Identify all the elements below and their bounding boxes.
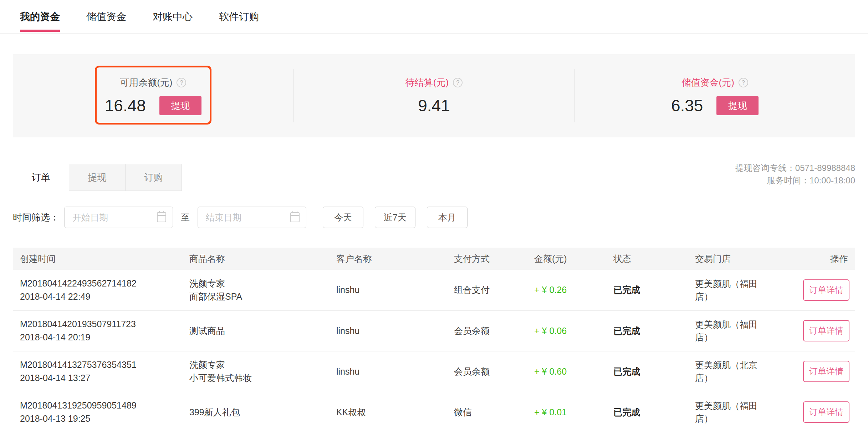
store-name: 更美颜肌（北京店）: [688, 351, 761, 392]
order-amount: + ¥ 0.60: [527, 351, 606, 392]
table-row: M2018041422493562714182 2018-04-14 22:49…: [13, 270, 855, 310]
summary-card-stored-funds: 储值资金(元) ? 6.35 提现: [575, 54, 855, 137]
order-detail-button[interactable]: 订单详情: [803, 401, 849, 423]
end-date-field[interactable]: [206, 212, 290, 223]
store-name: 更美颜肌（福田店）: [688, 310, 761, 351]
tabs-row: 订单 提现 订购 提现咨询专线：0571-89988848 服务时间：10:00…: [13, 162, 855, 191]
summary-card-available-balance: 可用余额(元) ? 16.48 提现: [13, 54, 293, 137]
stored-funds-value: 6.35: [671, 96, 703, 115]
order-status: 已完成: [606, 310, 688, 351]
header-product-name: 商品名称: [182, 248, 329, 270]
product-name: 399新人礼包: [182, 392, 329, 431]
hotline-info: 提现咨询专线：0571-89988848 服务时间：10:00-18:00: [735, 162, 855, 191]
orders-table-body: M2018041422493562714182 2018-04-14 22:49…: [13, 270, 855, 431]
time-filter-label: 时间筛选：: [13, 211, 59, 224]
nav-item-stored-funds[interactable]: 储值资金: [86, 0, 126, 33]
time-filter-row: 时间筛选： 至 今天 近7天 本月: [13, 207, 855, 228]
order-created-time: 2018-04-13 19:25: [20, 412, 182, 425]
tab-purchases[interactable]: 订购: [126, 164, 182, 191]
top-nav: 我的资金 储值资金 对账中心 软件订购: [0, 0, 868, 34]
order-id: M2018041413275376354351: [20, 358, 182, 371]
header-customer-name: 客户名称: [329, 248, 447, 270]
summary-card-pending-settlement: 待结算(元) ? 9.41: [294, 54, 575, 137]
record-tabs: 订单 提现 订购: [13, 164, 182, 191]
payment-method: 会员余额: [447, 310, 527, 351]
payment-method: 会员余额: [447, 351, 527, 392]
calendar-icon[interactable]: [290, 212, 300, 222]
table-row: M2018041420193507911723 2018-04-14 20:19…: [13, 310, 855, 351]
quick-range-buttons: 今天 近7天 本月: [323, 207, 468, 228]
order-status: 已完成: [606, 351, 688, 392]
order-detail-button[interactable]: 订单详情: [803, 361, 849, 382]
order-id: M2018041420193507911723: [20, 318, 182, 331]
available-balance-label: 可用余额(元): [120, 76, 172, 89]
order-detail-button[interactable]: 订单详情: [803, 279, 849, 301]
product-name: 洗颜专家 小可爱韩式韩妆: [182, 351, 329, 392]
help-icon[interactable]: ?: [739, 78, 748, 87]
help-icon[interactable]: ?: [453, 78, 463, 87]
nav-item-software-purchase[interactable]: 软件订购: [219, 0, 259, 33]
order-created-time: 2018-04-14 20:19: [20, 331, 182, 344]
payment-method: 微信: [447, 392, 527, 431]
customer-name: linshu: [329, 310, 447, 351]
header-status: 状态: [606, 248, 688, 270]
order-amount: + ¥ 0.01: [527, 392, 606, 431]
start-date-field[interactable]: [72, 212, 157, 223]
orders-table: 创建时间 商品名称 客户名称 支付方式 金额(元) 状态 交易门店 操作 M20…: [13, 248, 855, 431]
customer-name: KK叔叔: [329, 392, 447, 431]
help-icon[interactable]: ?: [177, 78, 186, 87]
customer-name: linshu: [329, 270, 447, 310]
pending-settlement-label: 待结算(元): [405, 76, 449, 89]
end-date-input[interactable]: [198, 207, 306, 228]
order-amount: + ¥ 0.06: [527, 310, 606, 351]
highlight-annotation-box: [95, 66, 211, 125]
start-date-input[interactable]: [64, 207, 173, 228]
pending-settlement-value: 9.41: [418, 96, 450, 115]
range-separator-label: 至: [181, 212, 190, 223]
order-created-time: 2018-04-14 22:49: [20, 290, 182, 303]
customer-name: linshu: [329, 351, 447, 392]
order-created-time: 2018-04-14 13:27: [20, 371, 182, 385]
product-name: 测试商品: [182, 310, 329, 351]
order-status: 已完成: [606, 270, 688, 310]
tab-withdrawals[interactable]: 提现: [69, 164, 126, 191]
header-action: 操作: [761, 248, 855, 270]
nav-item-my-funds[interactable]: 我的资金: [20, 0, 60, 33]
hotline-service-hours: 服务时间：10:00-18:00: [735, 174, 855, 187]
funds-summary-panel: 可用余额(元) ? 16.48 提现 待结算(元) ? 9.41 储值资金(元)…: [13, 54, 855, 137]
table-row: M2018041319250959051489 2018-04-13 19:25…: [13, 392, 855, 431]
nav-item-reconciliation-center[interactable]: 对账中心: [153, 0, 193, 33]
order-id: M2018041319250959051489: [20, 399, 182, 412]
today-button[interactable]: 今天: [323, 207, 363, 228]
withdraw-button-available[interactable]: 提现: [159, 96, 201, 115]
available-balance-value: 16.48: [105, 96, 146, 115]
header-amount: 金额(元): [527, 248, 606, 270]
order-amount: + ¥ 0.26: [527, 270, 606, 310]
header-store: 交易门店: [688, 248, 761, 270]
this-month-button[interactable]: 本月: [427, 207, 468, 228]
last-7-days-button[interactable]: 近7天: [375, 207, 415, 228]
order-detail-button[interactable]: 订单详情: [803, 320, 849, 341]
table-header-row: 创建时间 商品名称 客户名称 支付方式 金额(元) 状态 交易门店 操作: [13, 248, 855, 270]
payment-method: 组合支付: [447, 270, 527, 310]
calendar-icon[interactable]: [157, 212, 166, 222]
withdraw-button-stored[interactable]: 提现: [716, 96, 759, 115]
hotline-phone: 提现咨询专线：0571-89988848: [735, 162, 855, 174]
stored-funds-label: 储值资金(元): [682, 76, 734, 89]
tab-orders[interactable]: 订单: [13, 164, 69, 191]
store-name: 更美颜肌（福田店）: [688, 270, 761, 310]
order-id: M2018041422493562714182: [20, 277, 182, 290]
table-row: M2018041413275376354351 2018-04-14 13:27…: [13, 351, 855, 392]
header-payment-method: 支付方式: [447, 248, 527, 270]
store-name: 更美颜肌（福田店）: [688, 392, 761, 431]
order-status: 已完成: [606, 392, 688, 431]
product-name: 洗颜专家 面部保湿SPA: [182, 270, 329, 310]
header-created-time: 创建时间: [13, 248, 182, 270]
